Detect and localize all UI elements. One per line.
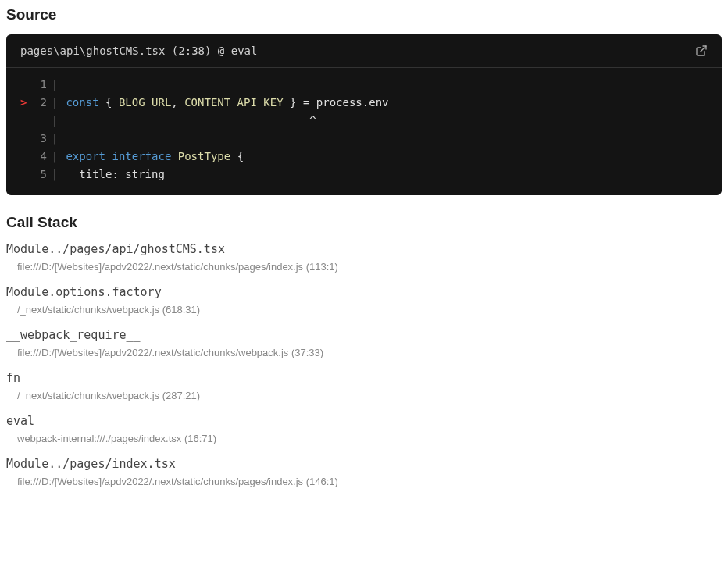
line-separator: |	[52, 94, 58, 112]
stack-frame[interactable]: evalwebpack-internal:///./pages/index.ts…	[6, 414, 722, 444]
frame-location: file:///D:/[Websites]/apdv2022/.next/sta…	[6, 347, 722, 358]
line-separator: |	[52, 166, 58, 184]
stack-frame[interactable]: fn/_next/static/chunks/webpack.js (287:2…	[6, 371, 722, 401]
code-line: >2|const { BLOG_URL, CONTENT_API_KEY } =…	[6, 94, 722, 112]
line-content: const { BLOG_URL, CONTENT_API_KEY } = pr…	[66, 94, 388, 112]
line-separator: |	[52, 76, 58, 94]
stack-frame[interactable]: Module../pages/index.tsxfile:///D:/[Webs…	[6, 457, 722, 487]
code-line: 4|export interface PostType {	[6, 148, 722, 166]
line-content: ^	[66, 112, 316, 130]
line-separator: |	[52, 148, 58, 166]
code-line: 3|	[6, 130, 722, 148]
frame-location: /_next/static/chunks/webpack.js (618:31)	[6, 304, 722, 316]
frame-location: webpack-internal:///./pages/index.tsx (1…	[6, 433, 722, 444]
stack-frame[interactable]: Module../pages/api/ghostCMS.tsxfile:///D…	[6, 242, 722, 273]
line-number: 3	[31, 130, 47, 148]
frame-location: /_next/static/chunks/webpack.js (287:21)	[6, 390, 722, 401]
error-marker: >	[20, 94, 31, 112]
source-code-block: pages\api\ghostCMS.tsx (2:38) @ eval 1|>…	[6, 34, 722, 195]
code-path: pages\api\ghostCMS.tsx (2:38) @ eval	[20, 45, 257, 57]
frame-name: Module../pages/api/ghostCMS.tsx	[6, 242, 722, 256]
frame-name: __webpack_require__	[6, 328, 722, 342]
stack-frame[interactable]: Module.options.factory/_next/static/chun…	[6, 285, 722, 316]
line-number: 1	[31, 76, 47, 94]
code-header: pages\api\ghostCMS.tsx (2:38) @ eval	[6, 34, 722, 68]
code-body: 1|>2|const { BLOG_URL, CONTENT_API_KEY }…	[6, 68, 722, 195]
code-line: 5| title: string	[6, 166, 722, 184]
line-separator: |	[52, 130, 58, 148]
code-line: 1|	[6, 76, 722, 94]
frame-name: Module.options.factory	[6, 285, 722, 299]
line-number: 2	[31, 94, 47, 112]
line-number: 4	[31, 148, 47, 166]
frame-name: eval	[6, 414, 722, 428]
external-link-icon[interactable]	[695, 45, 708, 57]
line-content: export interface PostType {	[66, 148, 244, 166]
line-separator: |	[52, 112, 58, 130]
frame-name: Module../pages/index.tsx	[6, 457, 722, 471]
callstack-list: Module../pages/api/ghostCMS.tsxfile:///D…	[6, 242, 722, 487]
code-line: | ^	[6, 112, 722, 130]
line-content: title: string	[66, 166, 164, 184]
line-number: 5	[31, 166, 47, 184]
source-heading: Source	[6, 6, 722, 23]
svg-line-0	[701, 46, 706, 52]
frame-location: file:///D:/[Websites]/apdv2022/.next/sta…	[6, 261, 722, 273]
callstack-heading: Call Stack	[6, 214, 722, 231]
frame-name: fn	[6, 371, 722, 385]
frame-location: file:///D:/[Websites]/apdv2022/.next/sta…	[6, 476, 722, 487]
stack-frame[interactable]: __webpack_require__file:///D:/[Websites]…	[6, 328, 722, 358]
